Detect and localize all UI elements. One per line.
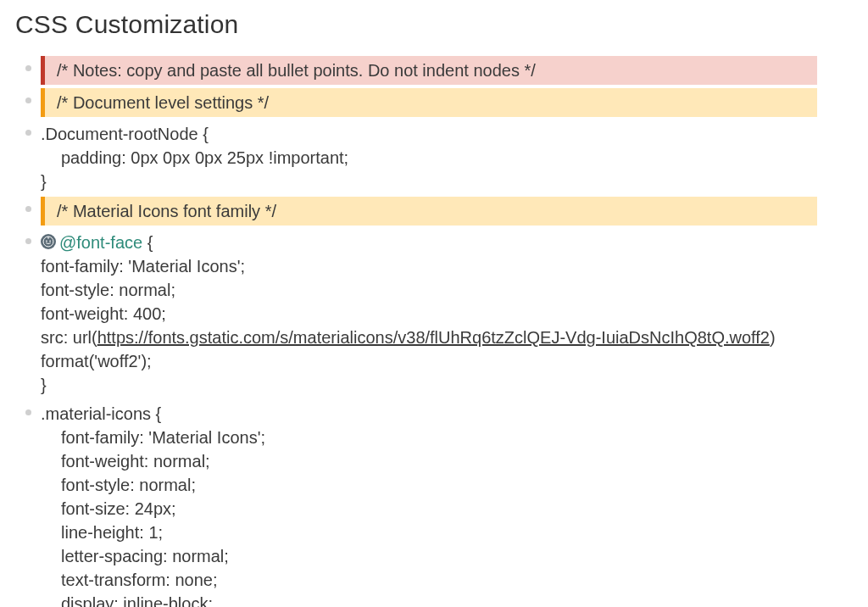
list-item: /* Material Icons font family */	[7, 197, 868, 226]
svg-point-2	[49, 240, 51, 242]
page-title: CSS Customization	[15, 7, 868, 42]
css-comment: /* Notes: copy and paste all bullet poin…	[41, 56, 817, 85]
at-rule: @font-face	[59, 233, 142, 252]
list-item: .Document-rootNode {padding: 0px 0px 0px…	[7, 120, 868, 193]
reddit-face-icon	[41, 234, 56, 249]
list-item: /* Document level settings */	[7, 88, 868, 117]
css-snippet-list: /* Notes: copy and paste all bullet poin…	[0, 56, 868, 607]
svg-point-1	[46, 240, 47, 242]
css-code-block: .Document-rootNode {padding: 0px 0px 0px…	[41, 120, 868, 193]
css-fontface-block: @font-face {font-family: 'Material Icons…	[41, 229, 868, 397]
css-comment: /* Document level settings */	[41, 88, 817, 117]
list-item: .material-icons {font-family: 'Material …	[7, 400, 868, 607]
list-item: @font-face {font-family: 'Material Icons…	[7, 229, 868, 397]
list-item: /* Notes: copy and paste all bullet poin…	[7, 56, 868, 85]
css-comment: /* Material Icons font family */	[41, 197, 817, 226]
css-code-block: .material-icons {font-family: 'Material …	[41, 400, 868, 607]
font-url-link[interactable]: https://fonts.gstatic.com/s/materialicon…	[97, 328, 770, 347]
